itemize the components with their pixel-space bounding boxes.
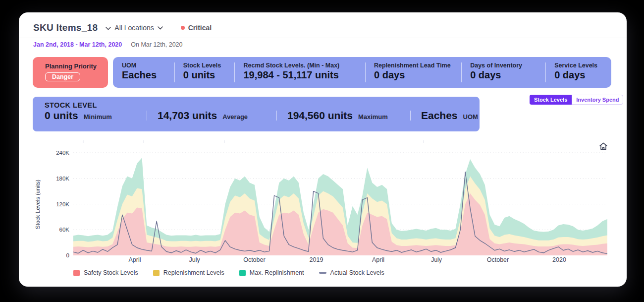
svg-text:240K: 240K bbox=[56, 150, 69, 156]
safety-stock-swatch-icon bbox=[73, 270, 80, 276]
svg-text:July: July bbox=[431, 256, 442, 263]
date-range-picker[interactable]: Jan 2nd, 2018 - Mar 12th, 2020 bbox=[33, 41, 122, 48]
stat-value: 14,703 units bbox=[158, 110, 217, 121]
legend-item-actual-stock[interactable]: Actual Stock Levels bbox=[319, 269, 384, 276]
kpi-recmd-stock-levels: Recmd Stock Levels. (Min - Max) 19,984 -… bbox=[234, 57, 365, 88]
kpi-service-levels: Service Levels 0 days bbox=[545, 57, 611, 88]
stat-uom: Eaches UOM bbox=[410, 110, 480, 121]
kpi-value: Eaches bbox=[122, 69, 174, 81]
priority-card: Planning Priority Danger bbox=[33, 57, 108, 88]
status-badge: Critical bbox=[181, 24, 212, 32]
stat-value: 194,560 units bbox=[287, 110, 353, 121]
date-row: Jan 2nd, 2018 - Mar 12th, 2020 On Mar 12… bbox=[33, 41, 183, 48]
svg-text:2020: 2020 bbox=[552, 256, 566, 263]
max-replenishment-swatch-icon bbox=[239, 270, 246, 276]
location-selector-label: All Locations bbox=[114, 24, 154, 32]
kpi-value: 0 days bbox=[554, 69, 611, 81]
kpi-label: Recmd Stock Levels. (Min - Max) bbox=[243, 62, 365, 69]
stock-band-title: STOCK LEVEL bbox=[45, 101, 480, 109]
stat-value: Eaches bbox=[421, 110, 458, 121]
legend-item-max-replenishment[interactable]: Max. Replinishment bbox=[239, 269, 304, 276]
stat-label: UOM bbox=[463, 113, 478, 121]
stat-value: 0 units bbox=[45, 110, 78, 121]
svg-text:April: April bbox=[372, 256, 384, 263]
as-of-date: On Mar 12th, 2020 bbox=[131, 41, 182, 48]
svg-text:October: October bbox=[487, 256, 509, 263]
svg-text:July: July bbox=[189, 256, 201, 263]
svg-text:180K: 180K bbox=[56, 176, 69, 181]
kpi-value: 0 days bbox=[470, 69, 545, 81]
svg-text:0: 0 bbox=[66, 252, 69, 258]
svg-text:60K: 60K bbox=[59, 227, 70, 233]
stat-label: Minimum bbox=[84, 113, 112, 121]
header-divider bbox=[19, 38, 627, 38]
stat-average: 14,703 units Average bbox=[147, 110, 276, 121]
legend-label: Replenishment Levels bbox=[163, 269, 224, 276]
locations-dropdown-chevron-icon bbox=[158, 26, 163, 30]
kpi-label: Replenishment Lead Time bbox=[374, 62, 461, 69]
kpi-uom: UOM Eaches bbox=[113, 57, 174, 88]
stock-level-band: STOCK LEVEL 0 units Minimum 14,703 units… bbox=[33, 97, 480, 131]
svg-text:April: April bbox=[128, 256, 141, 263]
legend-item-safety-stock[interactable]: Safety Stock Levels bbox=[73, 269, 138, 276]
kpi-days-of-inventory: Days of Inventory 0 days bbox=[461, 57, 545, 88]
kpi-value: 19,984 - 51,117 units bbox=[243, 69, 365, 81]
critical-dot-icon bbox=[181, 26, 185, 30]
svg-text:October: October bbox=[243, 256, 265, 263]
replenishment-swatch-icon bbox=[153, 270, 160, 276]
stock-band-stats: 0 units Minimum 14,703 units Average 194… bbox=[45, 110, 480, 121]
danger-badge: Danger bbox=[45, 72, 80, 81]
stock-levels-chart[interactable]: 060K120K180K240KStock Levels (units)Apri… bbox=[33, 140, 612, 265]
status-label: Critical bbox=[188, 24, 212, 32]
kpi-label: Service Levels bbox=[554, 62, 611, 69]
actual-stock-line-swatch-icon bbox=[319, 272, 326, 274]
stat-label: Average bbox=[222, 113, 248, 121]
dashboard-card: SKU Items_18 All Locations Critical Jan … bbox=[19, 12, 627, 287]
legend-label: Actual Stock Levels bbox=[330, 269, 384, 276]
toggle-inventory-spend[interactable]: Inventory Spend bbox=[572, 95, 623, 105]
kpi-stock-levels: Stock Levels 0 units bbox=[174, 57, 235, 88]
kpi-label: UOM bbox=[122, 62, 174, 69]
stat-label: Maximum bbox=[358, 113, 388, 121]
stat-maximum: 194,560 units Maximum bbox=[276, 110, 410, 121]
legend-label: Safety Stock Levels bbox=[84, 269, 138, 276]
header: SKU Items_18 All Locations Critical bbox=[33, 22, 212, 33]
chart-legend: Safety Stock Levels Replenishment Levels… bbox=[73, 269, 384, 276]
legend-label: Max. Replinishment bbox=[250, 269, 304, 276]
location-selector[interactable]: All Locations bbox=[114, 24, 162, 32]
sku-dropdown-chevron-icon[interactable] bbox=[106, 27, 111, 30]
kpi-label: Stock Levels bbox=[183, 62, 235, 69]
kpi-value: 0 days bbox=[374, 69, 461, 81]
view-toggle: Stock Levels Inventory Spend bbox=[530, 95, 623, 105]
toggle-stock-levels[interactable]: Stock Levels bbox=[530, 95, 572, 105]
legend-item-replenishment[interactable]: Replenishment Levels bbox=[153, 269, 224, 276]
svg-text:120K: 120K bbox=[56, 201, 69, 207]
svg-text:Stock Levels (units): Stock Levels (units) bbox=[35, 180, 41, 230]
kpi-replenishment-lead-time: Replenishment Lead Time 0 days bbox=[365, 57, 461, 88]
svg-text:2019: 2019 bbox=[310, 256, 323, 263]
stat-minimum: 0 units Minimum bbox=[45, 110, 147, 121]
page-title: SKU Items_18 bbox=[33, 22, 98, 33]
kpi-label: Days of Inventory bbox=[470, 62, 545, 69]
priority-label: Planning Priority bbox=[45, 62, 108, 70]
kpi-value: 0 units bbox=[183, 69, 235, 81]
kpi-bar: UOM Eaches Stock Levels 0 units Recmd St… bbox=[113, 57, 611, 88]
